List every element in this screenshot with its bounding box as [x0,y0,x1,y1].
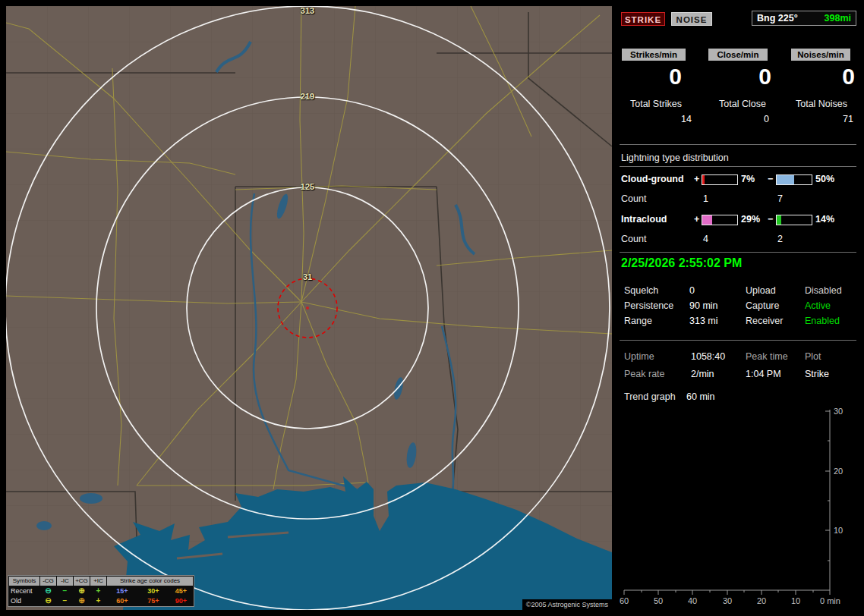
age-30: 30+ [138,586,169,596]
legend-header-symbols: Symbols [9,577,39,586]
cg-count-label: Count [621,193,646,204]
uptime-value: 1058:40 [691,351,725,362]
plus-sign: + [694,214,699,225]
persistence-value: 90 min [689,300,718,311]
recent-ncg-icon: ⊖ [40,586,56,596]
ic-plus-pct: 29% [741,214,760,225]
close-per-min-header: Close/min [708,49,768,61]
cg-plus-count: 1 [703,193,708,204]
total-noises-label: Total Noises [785,99,858,109]
trend-axes [624,410,830,595]
y-tick-10: 10 [834,526,843,535]
trend-tick-labels: 30 20 10 60 50 40 30 20 10 0 min [620,407,843,605]
ic-plus-count: 4 [703,234,708,244]
control-panel: STRIKE NOISE Bng 225° 398mi Strikes/min … [618,6,858,610]
copyright-text: ©2005 Astrogenic Systems [522,599,612,610]
cg-plus-pct: 7% [741,174,755,184]
y-tick-30: 30 [834,407,843,416]
legend-header-pcg: +CG [74,577,90,586]
close-rate-value: 0 [733,64,771,90]
divider [620,166,856,167]
x-tick-20: 20 [757,596,766,605]
range-label: Range [624,316,652,326]
ring-label-313: 313 [301,6,314,15]
age-75: 75+ [138,596,169,605]
x-tick-40: 40 [688,596,697,605]
squelch-label: Squelch [624,285,658,296]
ic-plus-bar-fill [702,215,712,225]
intracloud-label: Intracloud [621,214,667,225]
trend-graph-value: 60 min [686,391,715,402]
ic-minus-count: 2 [777,234,783,244]
plot-value: Strike [805,369,829,379]
minus-sign: − [768,214,773,225]
radar-map[interactable]: 313 219 125 31 Symbols -CG -IC +CG +IC S… [6,6,612,610]
strike-button[interactable]: STRIKE [621,12,665,26]
minus-sign: − [768,174,773,184]
capture-status: Active [805,300,831,311]
cg-minus-bar [776,174,812,185]
range-value: 313 mi [689,316,718,326]
legend-header-age: Strike age color codes [107,577,193,586]
recent-pic-icon: + [90,586,106,596]
cg-plus-bar-fill [702,175,705,184]
divider [620,340,856,341]
current-timestamp: 2/25/2026 2:55:02 PM [621,256,742,270]
x-tick-30: 30 [723,596,732,605]
age-60: 60+ [107,596,137,605]
total-strikes-value: 14 [654,114,692,124]
strikes-rate-value: 0 [644,64,682,90]
receiver-label: Receiver [746,316,783,326]
peak-rate-value: 2/min [691,369,714,379]
ring-label-219: 219 [301,92,314,101]
divider [620,252,856,253]
bearing-value: 398mi [825,13,851,24]
capture-label: Capture [746,300,779,311]
cg-minus-bar-fill [777,175,794,184]
peak-time-value: 1:04 PM [746,369,781,379]
uptime-label: Uptime [624,351,654,362]
trend-chart: 30 20 10 60 50 40 30 20 10 0 min [618,404,858,610]
noises-per-min-header: Noises/min [791,49,850,61]
x-tick-10: 10 [791,596,800,605]
legend-header-nic: -IC [57,577,73,586]
cg-minus-count: 7 [777,193,783,204]
ic-count-label: Count [621,234,646,244]
symbol-legend: Symbols -CG -IC +CG +IC Strike age color… [8,575,194,607]
total-noises-value: 71 [815,114,853,124]
legend-header-pic: +IC [90,577,106,586]
old-pic-icon: + [90,596,106,605]
total-close-value: 0 [731,114,769,124]
legend-row-recent-label: Recent [9,586,39,596]
plot-label: Plot [805,351,821,362]
legend-header-ncg: -CG [40,577,56,586]
noises-rate-value: 0 [817,64,855,90]
bearing-label: Bng 225° [757,13,798,24]
recent-nic-icon: − [57,586,73,596]
ic-plus-bar [702,215,738,225]
noise-button[interactable]: NOISE [671,12,712,26]
squelch-value: 0 [689,285,695,296]
divider [620,144,856,145]
recent-pcg-icon: ⊕ [74,586,90,596]
station-marker [306,306,309,310]
ic-minus-pct: 14% [815,214,834,225]
total-close-label: Total Close [705,99,780,109]
cg-plus-bar [702,174,738,185]
age-45: 45+ [169,586,193,596]
age-90: 90+ [169,596,193,605]
old-ncg-icon: ⊖ [40,596,56,605]
bearing-readout: Bng 225° 398mi [752,11,856,26]
old-nic-icon: − [57,596,73,605]
ic-minus-bar-fill [777,215,781,225]
x-tick-50: 50 [654,596,663,605]
peak-time-label: Peak time [746,351,788,362]
trend-graph-label: Trend graph [624,391,676,402]
x-tick-60: 60 [620,596,629,605]
peak-rate-label: Peak rate [624,369,665,379]
legend-row-old-label: Old [9,596,39,605]
strikes-per-min-header: Strikes/min [622,49,686,61]
cg-minus-pct: 50% [815,174,834,184]
distribution-title: Lightning type distribution [621,152,729,163]
age-15: 15+ [107,586,137,596]
